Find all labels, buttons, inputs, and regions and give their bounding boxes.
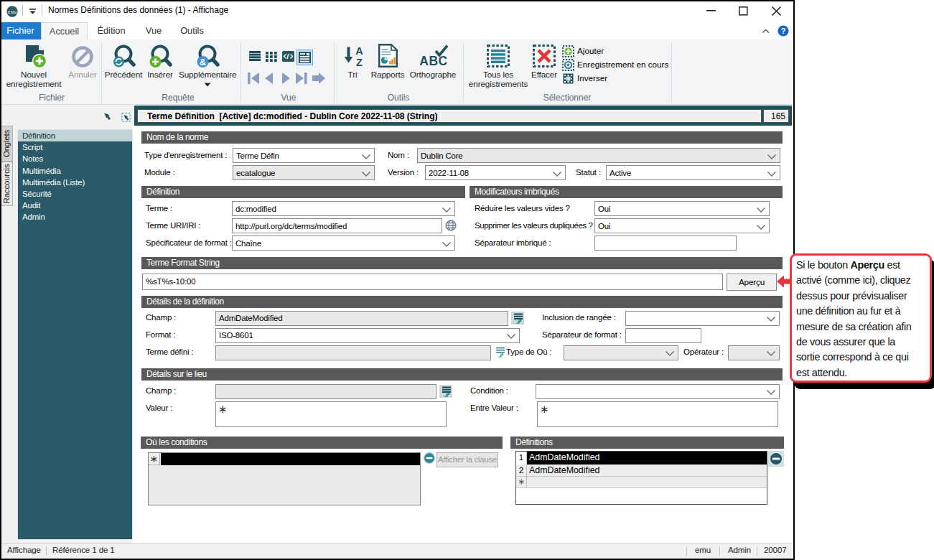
svg-text:Z: Z xyxy=(356,57,363,67)
svg-text:?: ? xyxy=(781,27,786,35)
svg-text:EMu: EMu xyxy=(6,9,17,14)
svg-text:ABC: ABC xyxy=(419,54,447,67)
svg-text:&: & xyxy=(200,57,206,67)
svg-text:A: A xyxy=(355,45,363,57)
